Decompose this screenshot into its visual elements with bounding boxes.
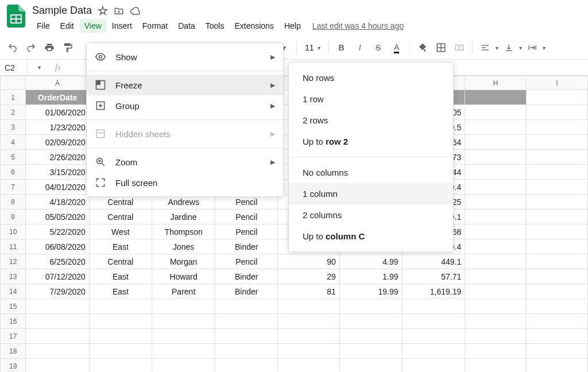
undo-icon[interactable] — [5, 40, 21, 56]
row-header[interactable]: 2 — [1, 105, 26, 120]
row-header[interactable]: 19 — [1, 359, 26, 373]
cell[interactable] — [465, 165, 527, 180]
cell[interactable] — [215, 314, 278, 329]
cell[interactable]: 07/12/2020 — [26, 269, 89, 284]
cell[interactable]: 3/15/2020 — [26, 165, 89, 180]
name-box[interactable]: C2 — [0, 60, 28, 75]
font-size-dd-icon[interactable]: ▾ — [318, 45, 320, 51]
cell[interactable] — [215, 329, 278, 344]
row-header[interactable]: 12 — [1, 254, 26, 269]
cell[interactable] — [527, 329, 588, 344]
cell[interactable]: Howard — [152, 269, 215, 284]
menu-data[interactable]: Data — [173, 19, 200, 33]
valign-icon[interactable] — [501, 40, 517, 56]
halign-icon[interactable] — [477, 40, 493, 56]
last-edit-link[interactable]: Last edit was 4 hours ago — [312, 21, 404, 30]
cell[interactable] — [215, 359, 278, 373]
cell[interactable] — [26, 329, 89, 344]
strike-icon[interactable]: S — [370, 40, 386, 56]
cell[interactable] — [26, 299, 89, 314]
cell[interactable] — [465, 239, 527, 254]
font-size-value[interactable]: 11 — [305, 43, 314, 52]
menu-insert[interactable]: Insert — [107, 19, 137, 33]
cell[interactable] — [215, 299, 278, 314]
cell[interactable] — [465, 359, 527, 373]
cell[interactable]: 1/23/2020 — [26, 120, 89, 135]
cell[interactable]: 57.71 — [402, 269, 465, 284]
cell[interactable]: Pencil — [215, 254, 278, 269]
cell[interactable]: West — [89, 224, 152, 239]
cell[interactable] — [339, 359, 402, 373]
cell[interactable] — [527, 284, 588, 299]
row-header[interactable]: 4 — [1, 135, 26, 150]
cell[interactable] — [527, 105, 588, 120]
cell[interactable] — [339, 344, 402, 359]
cell[interactable]: Thompson — [152, 224, 215, 239]
cell[interactable] — [89, 344, 152, 359]
row-header[interactable]: 18 — [1, 344, 26, 359]
cell[interactable] — [527, 239, 588, 254]
cell[interactable] — [527, 314, 588, 329]
cell[interactable]: 06/08/2020 — [26, 239, 89, 254]
cloud-icon[interactable] — [130, 6, 140, 16]
cell[interactable] — [278, 359, 340, 373]
cell[interactable] — [89, 299, 152, 314]
cell[interactable] — [527, 269, 588, 284]
freeze-2-columns[interactable]: 2 columns — [289, 204, 453, 226]
cell[interactable] — [339, 329, 402, 344]
cell[interactable] — [527, 359, 588, 373]
cell[interactable] — [465, 299, 527, 314]
menu-edit[interactable]: Edit — [56, 19, 79, 33]
cell[interactable] — [465, 254, 527, 269]
col-header[interactable]: H — [465, 76, 527, 90]
star-icon[interactable] — [98, 6, 108, 16]
print-icon[interactable] — [41, 40, 57, 56]
cell[interactable]: 4/18/2020 — [26, 195, 89, 210]
cell[interactable]: Binder — [215, 239, 278, 254]
cell[interactable] — [527, 150, 588, 165]
cell[interactable]: 2/26/2020 — [26, 150, 89, 165]
cell[interactable]: 05/05/2020 — [26, 210, 89, 224]
cell[interactable] — [152, 329, 215, 344]
cell[interactable]: 1,619.19 — [402, 284, 465, 299]
row-header[interactable]: 17 — [1, 329, 26, 344]
cell[interactable]: 5/22/2020 — [26, 224, 89, 239]
cell[interactable] — [89, 329, 152, 344]
cell[interactable] — [402, 314, 465, 329]
wrap-icon[interactable] — [524, 40, 540, 56]
cell[interactable] — [527, 120, 588, 135]
cell[interactable]: 81 — [278, 284, 340, 299]
cell[interactable]: 04/01/2020 — [26, 180, 89, 195]
cell[interactable] — [26, 359, 89, 373]
cell[interactable] — [465, 284, 527, 299]
cell[interactable] — [527, 135, 588, 150]
freeze-up-to-column[interactable]: Up to column C — [289, 226, 453, 247]
sheets-logo[interactable] — [5, 5, 28, 28]
freeze-no-columns[interactable]: No columns — [289, 162, 453, 183]
bold-icon[interactable]: B — [334, 40, 350, 56]
text-color-icon[interactable]: A — [389, 40, 405, 56]
col-header[interactable]: A — [26, 76, 89, 90]
cell[interactable]: Pencil — [215, 210, 278, 224]
cell[interactable] — [527, 90, 588, 105]
col-header[interactable]: I — [527, 76, 588, 90]
cell[interactable] — [527, 224, 588, 239]
cell[interactable]: 90 — [278, 254, 340, 269]
cell[interactable] — [465, 120, 527, 135]
cell[interactable] — [152, 359, 215, 373]
cell[interactable]: OrderDate — [26, 90, 89, 105]
cell[interactable]: East — [89, 284, 152, 299]
cell[interactable]: Binder — [215, 269, 278, 284]
menu-help[interactable]: Help — [280, 19, 305, 33]
row-header[interactable]: 11 — [1, 239, 26, 254]
cell[interactable] — [402, 329, 465, 344]
row-header[interactable]: 6 — [1, 165, 26, 180]
cell[interactable]: Morgan — [152, 254, 215, 269]
cell[interactable]: 19.99 — [339, 284, 402, 299]
view-fullscreen[interactable]: Full screen — [87, 172, 283, 193]
cell[interactable] — [465, 105, 527, 120]
cell[interactable] — [278, 329, 340, 344]
cell[interactable] — [152, 314, 215, 329]
row-header[interactable]: 9 — [1, 210, 26, 224]
cell[interactable] — [465, 329, 527, 344]
